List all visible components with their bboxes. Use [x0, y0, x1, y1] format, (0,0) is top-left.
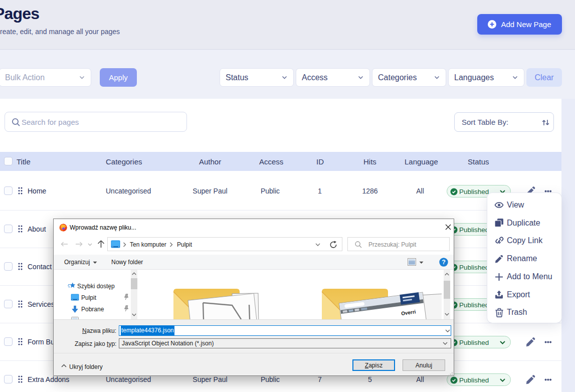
svg-text:?: ?	[442, 259, 446, 266]
